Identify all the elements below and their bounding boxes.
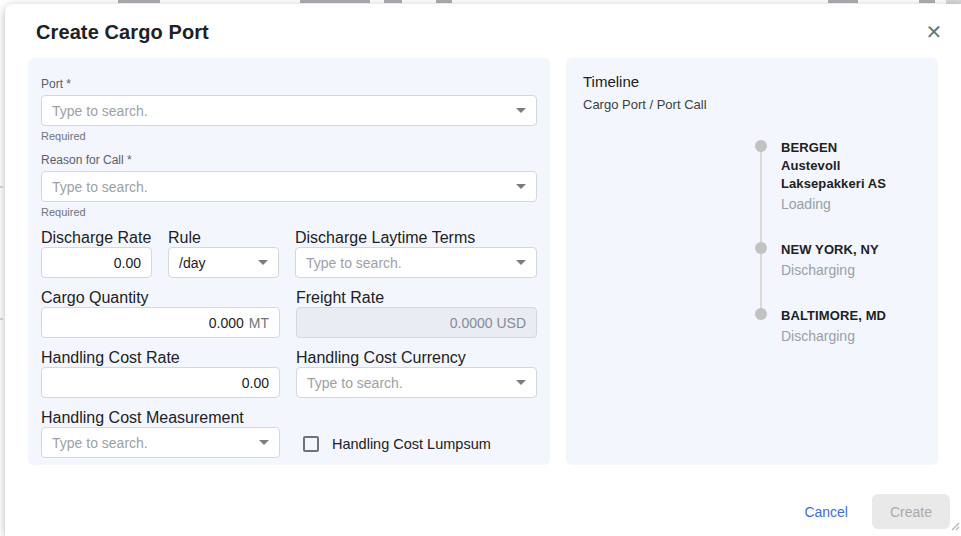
handling-cost-rate-field-group: Handling Cost Rate xyxy=(41,349,280,398)
quantity-freight-row: Cargo Quantity MT Freight Rate xyxy=(41,289,537,338)
timeline-item-company: Austevoll Laksepakkeri AS xyxy=(781,157,921,193)
freight-rate-label: Freight Rate xyxy=(296,289,384,306)
timeline-item-status: Discharging xyxy=(781,261,921,280)
timeline-item-port: NEW YORK, NY xyxy=(781,241,921,259)
discharge-rate-input[interactable] xyxy=(52,255,141,271)
dialog-title: Create Cargo Port xyxy=(36,21,209,44)
rule-select[interactable]: /day xyxy=(168,247,279,278)
freight-rate-field xyxy=(296,307,537,338)
cargo-quantity-field: MT xyxy=(41,307,280,338)
reason-for-call-helper-text: Required xyxy=(41,206,537,218)
background-page-remnant xyxy=(0,186,3,188)
resize-handle[interactable] xyxy=(950,517,960,535)
port-input[interactable] xyxy=(52,103,508,119)
background-page-remnant xyxy=(118,0,160,3)
background-page-remnant xyxy=(384,0,402,3)
timeline-panel: Timeline Cargo Port / Port Call BERGEN A… xyxy=(566,58,938,465)
handling-cost-measurement-label: Handling Cost Measurement xyxy=(41,409,244,426)
chevron-down-icon xyxy=(516,380,526,385)
port-combobox xyxy=(41,95,537,126)
handling-cost-currency-combobox xyxy=(296,367,537,398)
background-page-remnant xyxy=(436,0,452,3)
timeline-item: BALTIMORE, MD Discharging xyxy=(755,307,921,346)
port-helper-text: Required xyxy=(41,130,537,142)
handling-cost-lumpsum-checkbox[interactable] xyxy=(303,436,319,452)
handling-cost-currency-label: Handling Cost Currency xyxy=(296,349,466,366)
background-page-remnant xyxy=(919,0,935,3)
timeline-item: NEW YORK, NY Discharging xyxy=(755,241,921,280)
reason-for-call-field-group: Reason for Call * Required xyxy=(41,153,537,218)
port-field-group: Port * Required xyxy=(41,77,537,142)
timeline-item-status: Loading xyxy=(781,195,921,214)
handling-cost-measurement-input[interactable] xyxy=(52,435,251,451)
timeline-dot-icon xyxy=(755,308,767,320)
timeline-item-port: BALTIMORE, MD xyxy=(781,307,921,325)
handling-cost-currency-field-group: Handling Cost Currency xyxy=(296,349,537,398)
timeline-title: Timeline xyxy=(583,73,921,90)
freight-rate-input xyxy=(307,315,526,331)
discharge-laytime-field-group: Discharge Laytime Terms xyxy=(295,229,537,278)
discharge-laytime-input[interactable] xyxy=(306,255,508,271)
measurement-lumpsum-row: Handling Cost Measurement Handling Cost … xyxy=(41,409,537,459)
handling-cost-lumpsum-group: Handling Cost Lumpsum xyxy=(296,428,537,459)
cancel-button[interactable]: Cancel xyxy=(790,496,862,528)
handling-cost-rate-input[interactable] xyxy=(52,375,269,391)
port-label: Port * xyxy=(41,77,537,91)
close-icon[interactable]: ✕ xyxy=(920,18,948,46)
chevron-down-icon xyxy=(516,108,526,113)
create-button[interactable]: Create xyxy=(872,494,950,529)
chevron-down-icon xyxy=(516,260,526,265)
discharge-rate-field xyxy=(41,247,152,278)
cargo-quantity-input[interactable] xyxy=(52,315,244,331)
rule-label: Rule xyxy=(168,229,201,246)
discharge-row: Discharge Rate Rule /day Discharge Layti… xyxy=(41,229,537,278)
reason-for-call-input[interactable] xyxy=(52,179,508,195)
discharge-laytime-combobox xyxy=(295,247,537,278)
discharge-rate-field-group: Discharge Rate xyxy=(41,229,152,278)
timeline-dot-icon xyxy=(755,140,767,152)
background-page-remnant xyxy=(828,0,858,3)
rule-field-group: Rule /day xyxy=(168,229,279,278)
handling-cost-lumpsum-label: Handling Cost Lumpsum xyxy=(332,436,491,452)
handling-cost-rate-field xyxy=(41,367,280,398)
reason-for-call-combobox xyxy=(41,171,537,202)
timeline-item-status: Discharging xyxy=(781,327,921,346)
handling-cost-measurement-combobox xyxy=(41,427,280,458)
reason-for-call-label: Reason for Call * xyxy=(41,153,537,167)
cargo-port-form: Port * Required Reason for Call * Requir… xyxy=(28,58,550,465)
handling-cost-row: Handling Cost Rate Handling Cost Currenc… xyxy=(41,349,537,398)
background-page-remnant xyxy=(0,318,3,320)
chevron-down-icon xyxy=(259,440,269,445)
rule-selected-value: /day xyxy=(179,255,250,271)
discharge-laytime-label: Discharge Laytime Terms xyxy=(295,229,475,246)
handling-cost-measurement-field-group: Handling Cost Measurement xyxy=(41,409,280,459)
timeline-subtitle: Cargo Port / Port Call xyxy=(583,97,921,112)
background-page-remnant xyxy=(300,0,370,3)
timeline-item: BERGEN Austevoll Laksepakkeri AS Loading xyxy=(755,139,921,214)
handling-cost-rate-label: Handling Cost Rate xyxy=(41,349,180,366)
handling-cost-currency-input[interactable] xyxy=(307,375,508,391)
cargo-quantity-unit: MT xyxy=(249,315,269,331)
timeline-dot-icon xyxy=(755,242,767,254)
dialog-footer: Cancel Create xyxy=(790,494,950,529)
create-cargo-port-dialog: Create Cargo Port ✕ Port * Required Reas… xyxy=(5,4,961,536)
freight-rate-field-group: Freight Rate xyxy=(296,289,537,338)
cargo-quantity-label: Cargo Quantity xyxy=(41,289,149,306)
chevron-down-icon xyxy=(258,260,268,265)
timeline-item-port: BERGEN xyxy=(781,139,921,157)
chevron-down-icon xyxy=(516,184,526,189)
discharge-rate-label: Discharge Rate xyxy=(41,229,151,246)
cargo-quantity-field-group: Cargo Quantity MT xyxy=(41,289,280,338)
timeline-items: BERGEN Austevoll Laksepakkeri AS Loading… xyxy=(755,139,921,346)
